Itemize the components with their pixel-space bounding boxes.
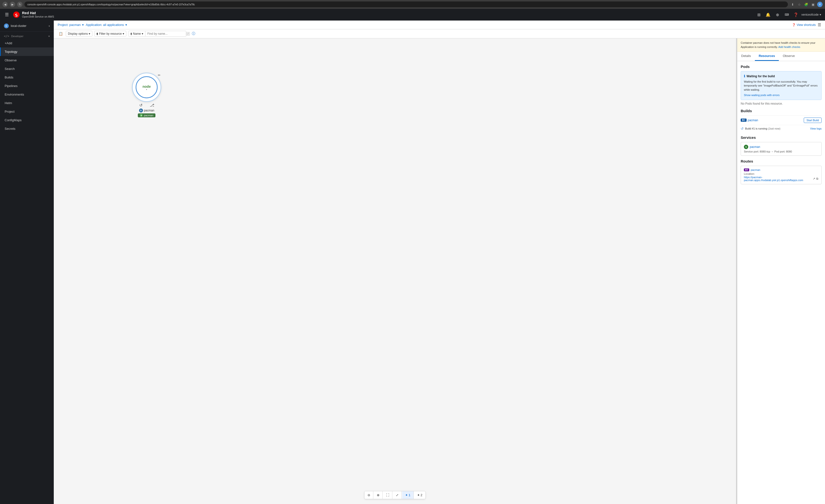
search-label: Search [5, 67, 15, 71]
app-shell: ☰ Red Hat OpenShift Service on AWS ⊞ 🔔 ⊕… [0, 9, 825, 504]
back-button[interactable]: ◀ [2, 2, 8, 7]
view-shortcuts-button[interactable]: ❓ View shortcuts [792, 23, 816, 27]
display-options-label: Display options [68, 32, 88, 35]
service-link[interactable]: pacman [750, 145, 760, 149]
routes-section: Routes RT pacman Location: https://pacma… [741, 159, 822, 184]
info-box-title: ℹ Waiting for the build [744, 74, 818, 79]
maximize-button[interactable]: ⤢ [393, 491, 402, 499]
search-filter-group: ⧫ Name ▾ / [128, 31, 190, 37]
apps-grid-button[interactable]: ⊞ [755, 11, 763, 18]
profile-icon[interactable]: ▣ [810, 2, 816, 7]
star-icon[interactable]: ☆ [797, 2, 802, 7]
zoom-out-button[interactable]: ⊖ [365, 491, 373, 499]
topology-layout: node ● ✏ ↺ ⎇ D pacman [54, 39, 825, 504]
secrets-label: Secrets [5, 127, 15, 131]
fit-screen-button[interactable]: ⛶ [383, 491, 392, 499]
sidebar-item-observe[interactable]: Observe [0, 56, 54, 65]
sidebar-developer-section: </> Developer ▾ [0, 31, 54, 39]
sidebar-item-add[interactable]: +Add [0, 39, 54, 48]
tab-details[interactable]: Details [737, 52, 755, 61]
url-bar[interactable]: console-openshift-console.apps.rhodalab.… [24, 1, 788, 7]
display-options-button[interactable]: Display options ▾ [66, 31, 92, 37]
name-filter-label: Name [133, 32, 141, 35]
git-icon[interactable]: ⎇ [150, 103, 154, 107]
app-label-text: Application: all applications [86, 23, 124, 27]
node-edit-button[interactable]: ✏ [158, 73, 161, 77]
sidebar-item-pipelines[interactable]: Pipelines [0, 82, 54, 90]
sidebar-item-search[interactable]: Search [0, 65, 54, 73]
filter-resource-arrow: ▾ [123, 32, 124, 35]
view-type-button[interactable]: 📋 [58, 31, 64, 37]
build-badge: BC pacman [741, 119, 758, 122]
side-panel: Container pacman does not have health ch… [737, 39, 825, 504]
filter-info-icon[interactable]: ⓘ [192, 31, 195, 36]
project-selector[interactable]: Project: pacman ▾ [58, 23, 84, 27]
sidebar-item-builds[interactable]: Builds [0, 73, 54, 82]
filter-resource-button[interactable]: ⧫ Filter by resource ▾ [94, 31, 126, 37]
app-selector[interactable]: Application: all applications ▾ [86, 23, 127, 27]
sidebar-item-helm[interactable]: Helm [0, 99, 54, 107]
browser-bar: ◀ ▶ ↻ console-openshift-console.apps.rho… [0, 0, 825, 9]
sidebar-item-environments[interactable]: Environments [0, 90, 54, 99]
reset-zoom-2-button[interactable]: ✦ 2 [414, 491, 426, 499]
location-label: Location: [744, 172, 818, 175]
no-pods-text: No Pods found for this resource. [741, 102, 822, 105]
reload-button[interactable]: ↻ [17, 2, 22, 7]
service-row: S pacman [744, 145, 818, 149]
view-logs-link[interactable]: View logs [810, 127, 822, 130]
sidebar-item-project[interactable]: Project [0, 107, 54, 116]
rebuild-icon[interactable]: ↺ [139, 103, 143, 107]
sidebar-item-topology[interactable]: Topology [0, 48, 54, 56]
route-copy-button[interactable]: ⧉ [816, 177, 818, 181]
topology-canvas[interactable]: node ● ✏ ↺ ⎇ D pacman [54, 39, 736, 504]
add-health-checks-link[interactable]: Add health checks [778, 46, 800, 49]
search-input[interactable] [145, 31, 186, 37]
cluster-selector[interactable]: C local-cluster ▾ [0, 20, 54, 31]
route-url-actions: ↗ ⧉ [813, 177, 818, 181]
project-dropdown-arrow: ▾ [82, 23, 84, 27]
tab-resources[interactable]: Resources [755, 52, 779, 61]
help-button[interactable]: ❓ [792, 11, 800, 18]
bc-badge: BC [741, 119, 747, 122]
topology-label: Topology [5, 50, 17, 54]
name-filter-button[interactable]: ⧫ Name ▾ [128, 31, 145, 37]
brand-text: Red Hat OpenShift Service on AWS [22, 11, 54, 18]
build-running-row: ↺ Build #1 is running (Just now) View lo… [741, 125, 822, 132]
sidebar-item-secrets[interactable]: Secrets [0, 125, 54, 133]
pods-info-box: ℹ Waiting for the build Waiting for the … [741, 71, 822, 100]
node-label: D pacman [139, 109, 154, 113]
info-title-text: Waiting for the build [747, 74, 775, 78]
forward-button[interactable]: ▶ [10, 2, 15, 7]
tab-observe[interactable]: Observe [779, 52, 799, 61]
app-dropdown-arrow: ▾ [125, 23, 127, 27]
route-url-link[interactable]: https://pacman-pacman.apps.rhodalab.yoir… [744, 176, 810, 182]
slash-hint: / [186, 32, 190, 36]
info-body-text: Waiting for the first build to run succe… [744, 80, 818, 92]
user-menu[interactable]: veniceofcode ▾ [801, 13, 821, 16]
pacman-node[interactable]: node ● ✏ ↺ ⎇ D pacman [132, 73, 161, 117]
toolbar-menu-button[interactable]: ☰ [818, 22, 821, 27]
toolbar: Project: pacman ▾ Application: all appli… [54, 20, 825, 29]
brand-title: Red Hat [22, 11, 54, 15]
build-running-left: ↺ Build #1 is running (Just now) [741, 127, 780, 131]
terminal-button[interactable]: ⌨ [783, 11, 791, 18]
notifications-button[interactable]: 🔔 [764, 11, 772, 18]
reset-zoom-1-button[interactable]: ✦ 1 [402, 491, 414, 499]
routes-section-title: Routes [741, 159, 822, 163]
build-name-link[interactable]: pacman [748, 119, 758, 122]
service-port: Service port: 8080-tcp → Pod port: 8080 [744, 150, 818, 153]
route-external-link-button[interactable]: ↗ [813, 177, 815, 181]
route-name-link[interactable]: pacman [751, 168, 760, 171]
start-build-button[interactable]: Start Build [804, 118, 822, 123]
extension-icon[interactable]: 🧩 [804, 2, 809, 7]
pipelines-label: Pipelines [5, 84, 18, 88]
hamburger-button[interactable]: ☰ [4, 11, 10, 18]
nodejs-sub: ● [146, 88, 147, 90]
show-waiting-pods-link[interactable]: Show waiting pods with errors [744, 94, 779, 96]
sidebar-item-configmaps[interactable]: ConfigMaps [0, 116, 54, 125]
filter-resource-label: Filter by resource [99, 32, 122, 35]
download-icon[interactable]: ⬇ [790, 2, 795, 7]
add-button[interactable]: ⊕ [773, 11, 781, 18]
rt-badge: RT [744, 168, 749, 171]
zoom-in-button[interactable]: ⊕ [374, 491, 383, 499]
